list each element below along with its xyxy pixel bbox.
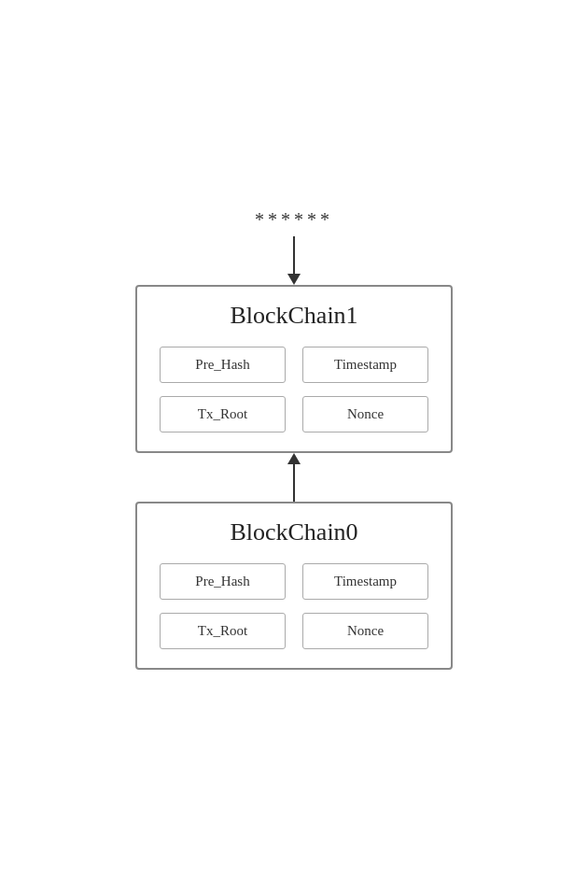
- blockchain0-fields: Pre_Hash Timestamp Tx_Root Nonce: [160, 563, 428, 649]
- top-arrow-section: ******: [255, 209, 333, 285]
- blockchain0-pre-hash: Pre_Hash: [160, 563, 286, 600]
- blockchain-diagram: ****** BlockChain1 Pre_Hash Timestamp Tx…: [135, 209, 453, 670]
- connector-line-top: [293, 236, 295, 274]
- blockchain1-tx-root: Tx_Root: [160, 396, 286, 432]
- blockchain1-nonce: Nonce: [302, 396, 428, 432]
- blockchain0-title: BlockChain0: [160, 518, 428, 546]
- blockchain0-tx-root: Tx_Root: [160, 613, 286, 649]
- top-label: ******: [255, 209, 333, 231]
- blockchain0-block: BlockChain0 Pre_Hash Timestamp Tx_Root N…: [135, 502, 453, 670]
- blockchain1-fields: Pre_Hash Timestamp Tx_Root Nonce: [160, 347, 428, 432]
- middle-connector: [287, 453, 301, 502]
- connector-line-middle: [293, 464, 295, 502]
- blockchain0-timestamp: Timestamp: [302, 563, 428, 600]
- blockchain0-nonce: Nonce: [302, 613, 428, 649]
- arrow-head-up-middle: [287, 453, 301, 464]
- top-connector: [287, 236, 301, 285]
- blockchain1-pre-hash: Pre_Hash: [160, 347, 286, 383]
- arrow-head-down-top: [287, 274, 301, 285]
- blockchain1-block: BlockChain1 Pre_Hash Timestamp Tx_Root N…: [135, 285, 453, 453]
- blockchain1-title: BlockChain1: [160, 302, 428, 330]
- blockchain1-timestamp: Timestamp: [302, 347, 428, 383]
